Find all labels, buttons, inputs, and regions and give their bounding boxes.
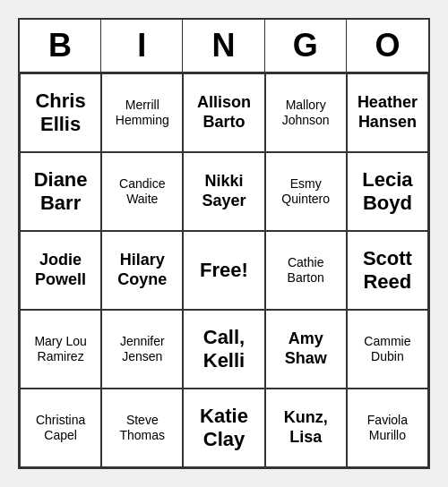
bingo-cell-17: Call, Kelli bbox=[183, 310, 264, 389]
header-letter-o: O bbox=[347, 20, 428, 72]
bingo-cell-6: Candice Waite bbox=[101, 152, 183, 231]
bingo-cell-1: Merrill Hemming bbox=[101, 73, 183, 152]
bingo-cell-9: Lecia Boyd bbox=[347, 152, 428, 231]
bingo-cell-15: Mary Lou Ramirez bbox=[20, 310, 101, 389]
bingo-cell-23: Kunz, Lisa bbox=[265, 389, 347, 467]
bingo-cell-22: Katie Clay bbox=[183, 389, 264, 467]
bingo-grid: Chris EllisMerrill HemmingAllison BartoM… bbox=[20, 73, 428, 467]
bingo-cell-10: Jodie Powell bbox=[20, 231, 101, 310]
header-letter-n: N bbox=[183, 20, 264, 72]
bingo-cell-21: Steve Thomas bbox=[101, 389, 183, 467]
bingo-cell-2: Allison Barto bbox=[183, 73, 264, 152]
bingo-cell-20: Christina Capel bbox=[20, 389, 101, 467]
bingo-cell-16: Jennifer Jensen bbox=[101, 310, 183, 389]
bingo-header: BINGO bbox=[20, 20, 428, 73]
header-letter-g: G bbox=[265, 20, 347, 72]
bingo-cell-19: Cammie Dubin bbox=[347, 310, 428, 389]
bingo-cell-14: Scott Reed bbox=[347, 231, 428, 310]
bingo-cell-8: Esmy Quintero bbox=[265, 152, 347, 231]
bingo-card: BINGO Chris EllisMerrill HemmingAllison … bbox=[18, 18, 430, 469]
bingo-cell-7: Nikki Sayer bbox=[183, 152, 264, 231]
bingo-cell-13: Cathie Barton bbox=[265, 231, 347, 310]
bingo-cell-5: Diane Barr bbox=[20, 152, 101, 231]
bingo-cell-18: Amy Shaw bbox=[265, 310, 347, 389]
bingo-cell-3: Mallory Johnson bbox=[265, 73, 347, 152]
bingo-cell-12: Free! bbox=[183, 231, 264, 310]
bingo-cell-11: Hilary Coyne bbox=[101, 231, 183, 310]
header-letter-b: B bbox=[20, 20, 101, 72]
bingo-cell-4: Heather Hansen bbox=[347, 73, 428, 152]
bingo-cell-24: Faviola Murillo bbox=[347, 389, 428, 467]
bingo-cell-0: Chris Ellis bbox=[20, 73, 101, 152]
header-letter-i: I bbox=[101, 20, 183, 72]
